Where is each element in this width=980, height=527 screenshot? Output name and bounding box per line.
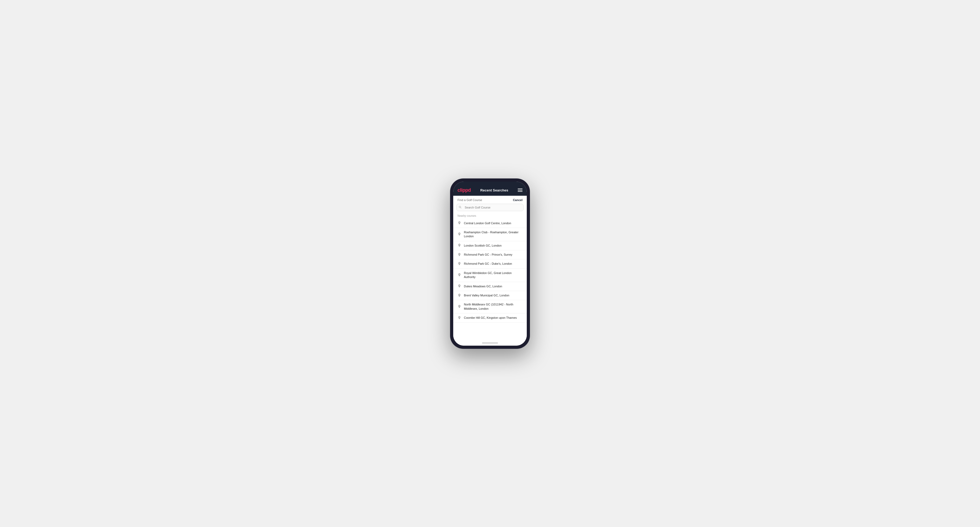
location-pin-icon [458,232,461,236]
menu-bar-3 [518,191,522,192]
list-item[interactable]: Royal Wimbledon GC, Great London Authori… [453,269,527,282]
phone-device: clippd Recent Searches Find a Golf Cours… [450,178,530,349]
list-item[interactable]: London Scottish GC, London [453,241,527,250]
cancel-button[interactable]: Cancel [513,198,522,202]
location-pin-icon [458,305,461,309]
list-item[interactable]: Richmond Park GC - Prince's, Surrey [453,250,527,259]
location-pin-icon [458,244,461,248]
location-pin-icon [458,284,461,288]
svg-line-1 [461,208,461,208]
list-item[interactable]: Brent Valley Municipal GC, London [453,291,527,300]
location-pin-icon [458,253,461,257]
nav-bar: clippd Recent Searches [453,185,527,196]
course-name: Richmond Park GC - Prince's, Surrey [464,253,512,257]
list-item[interactable]: Central London Golf Centre, London [453,219,527,228]
location-pin-icon [458,221,461,225]
location-pin-icon [458,262,461,266]
location-pin-icon [458,273,461,277]
location-pin-icon [458,294,461,297]
course-list: Central London Golf Centre, London Roeha… [453,219,527,340]
course-name: Roehampton Club - Roehampton, Greater Lo… [464,230,522,239]
app-logo: clippd [458,187,471,193]
course-name: Central London Golf Centre, London [464,221,511,225]
search-icon [459,206,461,209]
search-box [457,204,523,211]
course-name: Brent Valley Municipal GC, London [464,294,509,297]
menu-icon[interactable] [518,189,522,192]
status-bar [453,182,527,185]
list-item[interactable]: Coombe Hill GC, Kingston upon Thames [453,313,527,322]
find-header: Find a Golf Course Cancel [453,196,527,204]
course-name: Dukes Meadows GC, London [464,284,502,288]
course-name: Royal Wimbledon GC, Great London Authori… [464,271,522,279]
home-indicator [453,340,527,346]
list-item[interactable]: Richmond Park GC - Duke's, London [453,259,527,268]
home-bar [482,343,498,343]
location-pin-icon [458,316,461,320]
course-name: Coombe Hill GC, Kingston upon Thames [464,316,517,320]
screen-content: Find a Golf Course Cancel Nearby courses [453,196,527,340]
course-name: North Middlesex GC (1011942 - North Midd… [464,303,522,311]
course-name: London Scottish GC, London [464,244,501,248]
nav-title: Recent Searches [480,188,508,192]
course-name: Richmond Park GC - Duke's, London [464,262,512,266]
nearby-section-label: Nearby courses [453,213,527,219]
list-item[interactable]: North Middlesex GC (1011942 - North Midd… [453,300,527,313]
find-label: Find a Golf Course [458,198,482,202]
search-input[interactable] [457,204,523,211]
menu-bar-1 [518,189,522,189]
phone-screen: clippd Recent Searches Find a Golf Cours… [453,182,527,346]
list-item[interactable]: Roehampton Club - Roehampton, Greater Lo… [453,228,527,241]
list-item[interactable]: Dukes Meadows GC, London [453,282,527,291]
menu-bar-2 [518,190,522,190]
